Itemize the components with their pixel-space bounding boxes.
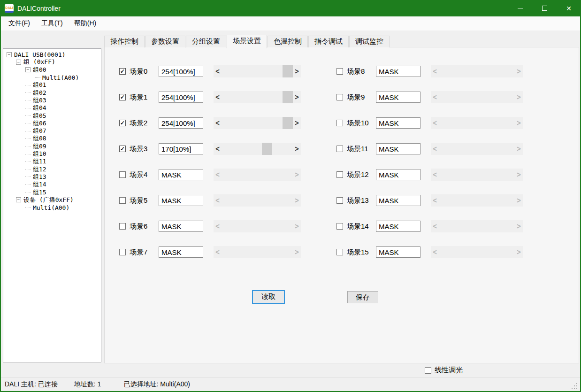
scene-checkbox[interactable] <box>336 197 343 204</box>
tree-item-label: Multi(A00) <box>42 74 79 81</box>
scene-value-input[interactable] <box>376 143 420 154</box>
scene-brightness-scrollbar[interactable]: <> <box>214 117 301 129</box>
tree-item[interactable]: 组14 <box>3 181 101 188</box>
scene-checkbox[interactable] <box>336 171 343 178</box>
scroll-left-icon[interactable]: < <box>214 93 222 101</box>
tree-item[interactable]: 组04 <box>3 104 101 112</box>
scene-value-input[interactable] <box>376 92 420 103</box>
scroll-right-icon: > <box>515 119 523 127</box>
minimize-button[interactable] <box>508 0 532 16</box>
scene-checkbox[interactable]: ✓ <box>119 68 126 75</box>
scene-value-input[interactable] <box>159 92 203 103</box>
scrollbar-track[interactable] <box>222 143 293 155</box>
tab-1[interactable]: 参数设置 <box>145 36 185 47</box>
scene-checkbox[interactable] <box>336 223 343 230</box>
tab-2[interactable]: 分组设置 <box>186 36 226 47</box>
menu-item-1[interactable]: 工具(T) <box>38 17 66 30</box>
scroll-right-icon[interactable]: > <box>293 93 301 101</box>
tree-item-label: Multi(A00) <box>33 204 69 211</box>
read-button[interactable]: 读取 <box>252 290 285 304</box>
scroll-right-icon[interactable]: > <box>293 119 301 127</box>
scene-checkbox[interactable] <box>336 249 343 255</box>
scroll-right-icon[interactable]: > <box>293 145 301 153</box>
tree-item[interactable]: 组13 <box>3 173 101 181</box>
tab-0[interactable]: 操作控制 <box>104 36 145 47</box>
scene-checkbox[interactable] <box>336 68 343 75</box>
scene-checkbox[interactable]: ✓ <box>119 120 126 126</box>
scroll-left-icon[interactable]: < <box>214 67 222 76</box>
tree-item[interactable]: 组03 <box>3 97 101 104</box>
scene-checkbox[interactable] <box>336 146 343 152</box>
tree-collapse-icon[interactable]: − <box>25 67 31 72</box>
scene-checkbox[interactable]: ✓ <box>119 146 126 152</box>
scene-value-input[interactable] <box>159 66 203 77</box>
scroll-left-icon[interactable]: < <box>214 119 222 127</box>
scene-value-input[interactable] <box>159 195 203 206</box>
tree-item[interactable]: 组05 <box>3 112 101 119</box>
tree-item[interactable]: 组02 <box>3 89 101 96</box>
scene-checkbox[interactable] <box>336 120 343 126</box>
tab-5[interactable]: 指令调试 <box>308 36 349 47</box>
tree-item[interactable]: Multi(A00) <box>3 74 101 81</box>
scrollbar-thumb[interactable] <box>262 143 272 155</box>
scrollbar-thumb[interactable] <box>283 91 293 103</box>
scene-checkbox[interactable] <box>119 197 126 204</box>
scene-value-input[interactable] <box>159 117 203 129</box>
scrollbar-track[interactable] <box>222 117 293 129</box>
scrollbar-track[interactable] <box>222 65 293 77</box>
scene-value-input[interactable] <box>376 117 420 129</box>
scrollbar-track[interactable] <box>222 91 293 103</box>
tree-item[interactable]: 组10 <box>3 150 101 158</box>
tree-item[interactable]: −组 (0xFF) <box>3 58 101 66</box>
tree-item[interactable]: −组00 <box>3 66 101 74</box>
tree-item[interactable]: Multi(A00) <box>3 204 101 211</box>
scene-checkbox[interactable] <box>119 223 126 230</box>
tree-collapse-icon[interactable]: − <box>16 197 21 202</box>
tab-3[interactable]: 场景设置 <box>227 35 267 48</box>
scene-row: ✓场景2<> <box>119 117 301 129</box>
menu-item-2[interactable]: 帮助(H) <box>71 17 99 30</box>
scene-value-input[interactable] <box>159 143 203 154</box>
tree-item[interactable]: 组06 <box>3 120 101 127</box>
tree-item[interactable]: 组07 <box>3 127 101 135</box>
tree-item[interactable]: 组12 <box>3 165 101 173</box>
scene-checkbox[interactable] <box>119 171 126 178</box>
scene-checkbox[interactable]: ✓ <box>119 94 126 100</box>
tree-item[interactable]: 组08 <box>3 135 101 142</box>
scroll-left-icon[interactable]: < <box>214 145 222 153</box>
tab-6[interactable]: 调试监控 <box>349 36 390 47</box>
scene-value-input[interactable] <box>376 169 420 180</box>
scene-value-input[interactable] <box>376 221 420 232</box>
scene-value-input[interactable] <box>376 246 420 258</box>
tree-item[interactable]: 组15 <box>3 188 101 196</box>
scrollbar-thumb[interactable] <box>283 117 293 129</box>
tree-item[interactable]: 组01 <box>3 81 101 89</box>
scene-brightness-scrollbar[interactable]: <> <box>214 143 301 155</box>
tree-item[interactable]: −设备 (广播0xFF) <box>3 196 101 204</box>
tab-4[interactable]: 色温控制 <box>268 36 308 47</box>
scene-value-input[interactable] <box>159 221 203 232</box>
scroll-right-icon[interactable]: > <box>293 67 301 76</box>
linear-dimming-checkbox[interactable] <box>425 367 431 374</box>
scrollbar-thumb[interactable] <box>283 65 293 77</box>
scene-brightness-scrollbar[interactable]: <> <box>214 65 301 77</box>
tree-item[interactable]: 组11 <box>3 158 101 165</box>
tree-collapse-icon[interactable]: − <box>16 60 21 65</box>
scroll-left-icon: < <box>214 170 222 179</box>
maximize-button[interactable] <box>532 0 557 16</box>
scene-value-input[interactable] <box>159 169 203 180</box>
menu-item-0[interactable]: 文件(F) <box>6 17 33 30</box>
scene-value-input[interactable] <box>376 195 420 206</box>
scene-value-input[interactable] <box>376 66 420 77</box>
scene-value-input[interactable] <box>159 246 203 258</box>
scene-checkbox[interactable] <box>336 94 343 100</box>
close-button[interactable]: ✕ <box>557 0 581 16</box>
scene-checkbox[interactable] <box>119 249 126 255</box>
tree-item[interactable]: 组09 <box>3 143 101 150</box>
close-icon: ✕ <box>566 5 572 12</box>
save-button[interactable]: 保存 <box>347 291 378 303</box>
tree-item[interactable]: −DALI USB(0001) <box>3 51 101 58</box>
scene-brightness-scrollbar[interactable]: <> <box>214 91 301 103</box>
resize-grip-icon[interactable] <box>576 388 577 389</box>
tree-collapse-icon[interactable]: − <box>7 52 12 57</box>
